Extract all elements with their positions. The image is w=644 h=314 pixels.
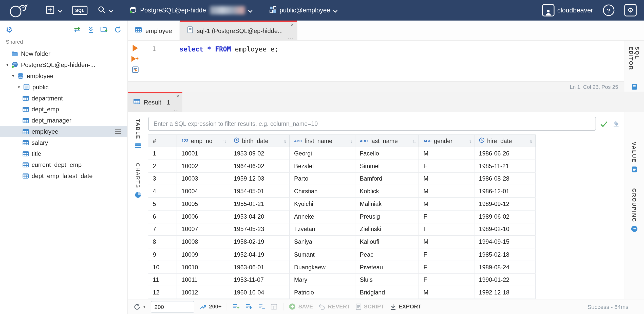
tree-item-new-folder[interactable]: New folder: [0, 48, 127, 59]
help-button[interactable]: ?: [598, 0, 619, 21]
cell-birth-date[interactable]: 1958-02-19: [229, 236, 290, 248]
cell-last-name[interactable]: Piveteau: [355, 261, 419, 273]
column-header-first-name[interactable]: ABC first_name ↑↓: [290, 135, 355, 147]
export-button[interactable]: EXPORT: [390, 303, 422, 310]
expanded-chevron-icon[interactable]: ▾: [4, 62, 11, 67]
cell-row-number[interactable]: 3: [148, 172, 177, 185]
cell-hire-date[interactable]: 1989-09-12: [474, 198, 536, 210]
settings-button[interactable]: ⚙: [619, 0, 642, 21]
revert-button[interactable]: REVERT: [318, 304, 350, 310]
row-menu-icon[interactable]: [115, 129, 122, 136]
cell-row-number[interactable]: 1: [148, 147, 177, 159]
cell-hire-date[interactable]: 1986-06-26: [474, 147, 536, 159]
column-header-row-number[interactable]: #: [148, 135, 177, 147]
column-header-hire-date[interactable]: hire_date ↑↓: [474, 135, 536, 147]
cell-birth-date[interactable]: 1952-04-19: [229, 248, 290, 260]
tree-item-database-employee[interactable]: ▾ employee: [0, 70, 127, 81]
new-connection-button[interactable]: [40, 0, 67, 21]
table-row[interactable]: 10 10010 1963-06-01 Duangkaew Piveteau F…: [148, 261, 536, 274]
apply-filter-icon[interactable]: [600, 121, 608, 127]
cell-emp-no[interactable]: 10012: [177, 286, 229, 299]
connection-selector[interactable]: PostgreSQL@ep-hidde: [124, 0, 257, 21]
cell-emp-no[interactable]: 10006: [177, 211, 229, 223]
cell-birth-date[interactable]: 1960-10-04: [229, 286, 290, 299]
cell-birth-date[interactable]: 1954-05-01: [229, 185, 290, 197]
edit-cell-button[interactable]: [271, 303, 278, 310]
cell-gender[interactable]: F: [419, 211, 475, 223]
cell-first-name[interactable]: Chirstian: [290, 185, 355, 197]
cell-first-name[interactable]: Georgi: [290, 147, 355, 159]
table-row[interactable]: 7 10007 1957-05-23 Tzvetan Zielinski F 1…: [148, 223, 536, 236]
cell-row-number[interactable]: 6: [148, 211, 177, 223]
cell-birth-date[interactable]: 1953-09-02: [229, 147, 290, 159]
tree-item-view-current-dept-emp[interactable]: current_dept_emp: [0, 159, 127, 170]
cloudbeaver-logo[interactable]: [6, 3, 30, 18]
tree-item-table-title[interactable]: title: [0, 148, 127, 159]
cell-emp-no[interactable]: 10007: [177, 223, 229, 235]
cell-birth-date[interactable]: 1957-05-23: [229, 223, 290, 235]
sync-connections-icon[interactable]: [73, 26, 81, 33]
save-button[interactable]: SAVE: [289, 303, 313, 310]
cell-birth-date[interactable]: 1953-11-07: [229, 274, 290, 286]
table-row[interactable]: 1 10001 1953-09-02 Georgi Facello M 1986…: [148, 147, 536, 160]
cell-birth-date[interactable]: 1953-04-20: [229, 211, 290, 223]
sort-icon[interactable]: ↑↓: [529, 138, 532, 143]
connection-search-button[interactable]: [92, 0, 118, 21]
tab-employee[interactable]: employee: [128, 21, 180, 40]
cell-emp-no[interactable]: 10001: [177, 147, 229, 159]
cell-row-number[interactable]: 10: [148, 261, 177, 273]
tree-item-connection-postgresql[interactable]: ▾ PostgreSQL@ep-hidden-...: [0, 59, 127, 70]
table-row[interactable]: 4 10004 1954-05-01 Chirstian Koblick M 1…: [148, 185, 536, 198]
sort-icon[interactable]: ↑↓: [349, 138, 352, 143]
clear-filter-icon[interactable]: [612, 120, 620, 127]
tab-grouping-panel[interactable]: GROUPING: [631, 188, 638, 234]
cell-last-name[interactable]: Zielinski: [355, 223, 419, 235]
cell-emp-no[interactable]: 10008: [177, 236, 229, 248]
cell-last-name[interactable]: Simmel: [355, 160, 419, 172]
cell-hire-date[interactable]: 1989-06-02: [474, 211, 536, 223]
tab-charts-view[interactable]: CHARTS: [135, 163, 141, 200]
filter-input[interactable]: [148, 117, 596, 131]
cell-first-name[interactable]: Tzvetan: [290, 223, 355, 235]
tab-more-icon[interactable]: ...: [174, 106, 179, 111]
cell-first-name[interactable]: Parto: [290, 172, 355, 185]
sort-icon[interactable]: ↑↓: [412, 138, 415, 143]
execute-script-button[interactable]: +: [132, 56, 139, 62]
tree-item-view-dept-emp-latest-date[interactable]: dept_emp_latest_date: [0, 170, 127, 181]
tree-item-table-salary[interactable]: salary: [0, 137, 127, 148]
sort-icon[interactable]: ↑↓: [223, 138, 226, 143]
new-folder-icon[interactable]: [100, 26, 108, 33]
cell-row-number[interactable]: 12: [148, 286, 177, 299]
sql-editor-side-tab[interactable]: SQL EDITOR: [628, 46, 640, 80]
cell-emp-no[interactable]: 10005: [177, 198, 229, 210]
tab-more-icon[interactable]: ...: [288, 34, 293, 40]
fetch-next-page-button[interactable]: 200+: [200, 303, 222, 310]
cell-hire-date[interactable]: 1985-02-18: [474, 248, 536, 260]
cell-last-name[interactable]: Kalloufi: [355, 236, 419, 248]
cell-last-name[interactable]: Peac: [355, 248, 419, 260]
cell-gender[interactable]: F: [419, 274, 475, 286]
cell-first-name[interactable]: Mary: [290, 274, 355, 286]
cell-birth-date[interactable]: 1963-06-01: [229, 261, 290, 273]
cell-birth-date[interactable]: 1964-06-02: [229, 160, 290, 172]
cell-last-name[interactable]: Sluis: [355, 274, 419, 286]
cell-hire-date[interactable]: 1994-09-15: [474, 236, 536, 248]
tab-value-panel[interactable]: VALUE: [631, 142, 637, 174]
new-sql-editor-button[interactable]: SQL: [67, 0, 92, 21]
cell-hire-date[interactable]: 1989-02-10: [474, 223, 536, 235]
tree-item-table-employee[interactable]: employee: [0, 126, 127, 137]
tab-result-1[interactable]: Result - 1 × ...: [128, 92, 182, 112]
table-row[interactable]: 5 10005 1955-01-21 Kyoichi Maliniak M 19…: [148, 198, 536, 211]
cell-last-name[interactable]: Bridgland: [355, 286, 419, 299]
tab-table-view[interactable]: TABLE: [135, 119, 141, 151]
column-header-birth-date[interactable]: birth_date ↑↓: [229, 135, 290, 147]
cell-row-number[interactable]: 5: [148, 198, 177, 210]
cell-first-name[interactable]: Bezalel: [290, 160, 355, 172]
cell-gender[interactable]: M: [419, 198, 475, 210]
cell-row-number[interactable]: 8: [148, 236, 177, 248]
cell-first-name[interactable]: Kyoichi: [290, 198, 355, 210]
cell-gender[interactable]: F: [419, 248, 475, 260]
sql-editor[interactable]: + 1 select * FROM employee e;: [128, 41, 624, 81]
cell-last-name[interactable]: Koblick: [355, 185, 419, 197]
cell-row-number[interactable]: 11: [148, 274, 177, 286]
